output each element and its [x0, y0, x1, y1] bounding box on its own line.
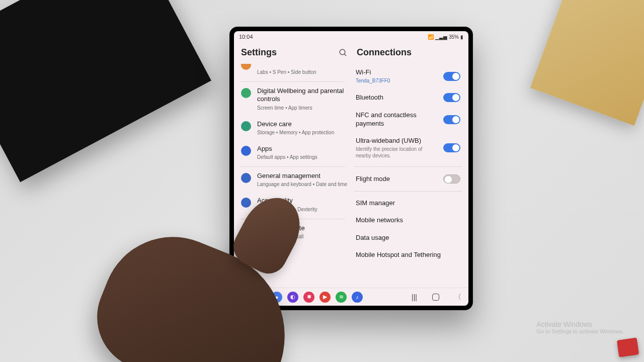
- divider: [241, 219, 345, 219]
- connection-title: Ultra-wideband (UWB): [356, 137, 438, 145]
- settings-item-subtitle: Screen time • App timers: [257, 105, 348, 111]
- settings-item[interactable]: Software updateDownload and install: [241, 220, 350, 245]
- settings-item-title: General management: [257, 172, 348, 180]
- channel-logo: [617, 337, 639, 357]
- connection-title: Mobile networks: [356, 216, 403, 224]
- settings-item-text: AccessibilityVision • Hearing • Dexterit…: [257, 197, 348, 212]
- content-split: Settings Labs • S Pen • Side buttonDigit…: [234, 42, 468, 288]
- gallery-app-icon[interactable]: ✱: [303, 292, 314, 303]
- settings-item-title: Apps: [257, 145, 348, 153]
- settings-header: Settings: [241, 42, 350, 64]
- divider: [241, 81, 345, 82]
- settings-item[interactable]: Device careStorage • Memory • App protec…: [241, 116, 350, 141]
- search-icon[interactable]: [339, 48, 348, 57]
- messages-app-icon[interactable]: ●: [271, 292, 282, 303]
- svg-point-0: [340, 49, 345, 55]
- toggle-switch[interactable]: [443, 174, 460, 184]
- connections-title: Connections: [355, 42, 461, 64]
- device-frame: 10:04 📶 ▁▃▅ 35% ▮ Settings Labs • S Pen …: [229, 27, 473, 310]
- connection-labels: Wi-FiTenda_B73FF0: [356, 68, 438, 84]
- settings-item-title: Digital Wellbeing and parental controls: [257, 87, 348, 104]
- connection-item[interactable]: Mobile Hotspot and Tethering: [355, 246, 461, 263]
- taskbar-apps: ✆●◐✱▶≋♪: [241, 292, 363, 303]
- settings-item-subtitle: Labs • S Pen • Side button: [257, 69, 348, 75]
- spotify-app-icon[interactable]: ≋: [336, 292, 347, 303]
- app-icons: ✆●◐✱▶≋♪: [255, 292, 363, 303]
- settings-item-title: Device care: [257, 120, 348, 128]
- settings-item-subtitle: Vision • Hearing • Dexterity: [257, 206, 348, 213]
- settings-item[interactable]: Digital Wellbeing and parental controlsS…: [241, 83, 350, 116]
- settings-item-title: Accessibility: [257, 197, 348, 205]
- connection-item[interactable]: Wi-FiTenda_B73FF0: [355, 64, 461, 88]
- settings-item[interactable]: AppsDefault apps • App settings: [241, 141, 350, 165]
- settings-item-text: Digital Wellbeing and parental controlsS…: [257, 87, 348, 111]
- general-management-icon: [241, 173, 251, 183]
- settings-item-text: Labs • S Pen • Side button: [257, 68, 348, 75]
- browser-app-icon[interactable]: ◐: [287, 292, 298, 303]
- battery-text: 35%: [449, 34, 459, 40]
- connections-group-toggles: Wi-FiTenda_B73FF0BluetoothNFC and contac…: [355, 64, 461, 188]
- battery-icon: ▮: [460, 34, 463, 40]
- advanced-features-icon: [241, 64, 251, 70]
- settings-item[interactable]: Labs • S Pen • Side button: [241, 64, 350, 80]
- connection-item[interactable]: SIM manager: [355, 195, 461, 212]
- settings-item[interactable]: AccessibilityVision • Hearing • Dexterit…: [241, 193, 350, 217]
- toggle-knob: [452, 94, 459, 101]
- home-button[interactable]: [432, 294, 439, 301]
- connection-title: Flight mode: [356, 175, 438, 183]
- settings-item-text: AppsDefault apps • App settings: [257, 145, 348, 160]
- software-update-icon: [241, 225, 251, 235]
- connection-title: Data usage: [356, 234, 389, 242]
- divider: [355, 191, 461, 192]
- toggle-knob: [452, 144, 459, 151]
- connection-item[interactable]: NFC and contactless payments: [355, 107, 461, 132]
- connection-item[interactable]: Flight mode: [355, 170, 461, 188]
- settings-item-subtitle: Download and install: [257, 233, 348, 240]
- toggle-switch[interactable]: [443, 143, 460, 152]
- connection-item[interactable]: Bluetooth: [355, 88, 461, 107]
- settings-item-subtitle: Language and keyboard • Date and time: [257, 181, 348, 188]
- svg-line-1: [344, 54, 346, 56]
- divider: [241, 166, 345, 167]
- toggle-switch[interactable]: [443, 93, 460, 102]
- connection-item[interactable]: Mobile networks: [355, 212, 461, 229]
- connection-title: Wi-Fi: [356, 68, 438, 76]
- music-app-icon[interactable]: ♪: [352, 292, 363, 303]
- settings-item-title: Software update: [257, 224, 348, 232]
- settings-item-text: Device careStorage • Memory • App protec…: [257, 120, 348, 136]
- settings-item-text: Software updateDownload and install: [257, 224, 348, 240]
- taskbar: ✆●◐✱▶≋♪ ||| 〈: [234, 288, 468, 306]
- connection-subtitle: Tenda_B73FF0: [356, 77, 438, 84]
- connection-title: NFC and contactless payments: [356, 111, 438, 128]
- divider: [355, 166, 461, 167]
- toggle-switch[interactable]: [443, 115, 460, 124]
- background-box: [0, 0, 211, 182]
- status-right: 📶 ▁▃▅ 35% ▮: [428, 34, 463, 40]
- connection-item[interactable]: Ultra-wideband (UWB)Identify the precise…: [355, 132, 461, 163]
- youtube-app-icon[interactable]: ▶: [319, 292, 331, 303]
- apps-drawer-icon[interactable]: [241, 293, 250, 302]
- connection-labels: Flight mode: [356, 175, 438, 183]
- back-button[interactable]: 〈: [454, 293, 461, 302]
- connection-title: SIM manager: [356, 199, 395, 207]
- connection-title: Bluetooth: [356, 94, 438, 102]
- status-bar: 10:04 📶 ▁▃▅ 35% ▮: [234, 31, 468, 42]
- settings-item-text: General managementLanguage and keyboard …: [257, 172, 348, 188]
- connection-labels: NFC and contactless payments: [356, 111, 438, 128]
- signal-icon: ▁▃▅: [435, 34, 447, 40]
- recents-button[interactable]: |||: [412, 293, 417, 301]
- connection-labels: Ultra-wideband (UWB)Identify the precise…: [356, 137, 438, 159]
- windows-watermark: Activate Windows Go to Settings to activ…: [536, 320, 624, 334]
- toggle-knob: [452, 116, 459, 123]
- watermark-line1: Activate Windows: [536, 320, 624, 328]
- toggle-switch[interactable]: [443, 72, 460, 81]
- settings-list[interactable]: Labs • S Pen • Side buttonDigital Wellbe…: [241, 64, 350, 288]
- connection-item[interactable]: Data usage: [355, 229, 461, 246]
- settings-title: Settings: [241, 47, 277, 58]
- connections-pane: Connections Wi-FiTenda_B73FF0BluetoothNF…: [350, 42, 468, 288]
- settings-item-subtitle: Default apps • App settings: [257, 154, 348, 160]
- settings-item[interactable]: General managementLanguage and keyboard …: [241, 168, 350, 193]
- phone-app-icon[interactable]: ✆: [255, 292, 266, 303]
- toggle-knob: [452, 73, 459, 80]
- watermark-line2: Go to Settings to activate Windows.: [536, 328, 624, 334]
